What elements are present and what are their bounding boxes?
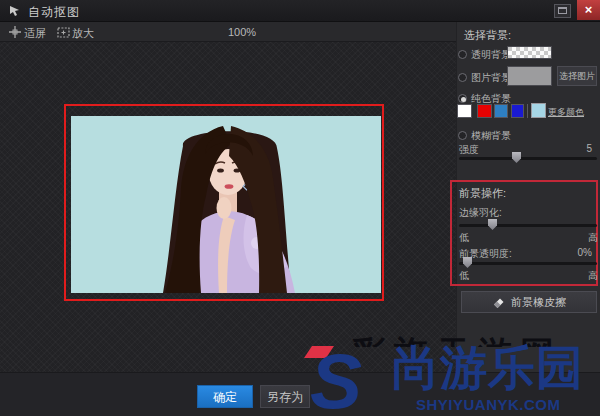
image-background-swatch: [507, 66, 552, 86]
fit-screen-button[interactable]: 适屏: [24, 26, 46, 41]
save-as-button[interactable]: 另存为: [260, 385, 310, 408]
photo-preview: [71, 116, 381, 293]
color-swatch-blue[interactable]: [494, 104, 508, 118]
image-background-label[interactable]: 图片背景: [471, 71, 511, 85]
radio-blur-background[interactable]: [458, 131, 467, 140]
swatch-separator: [527, 104, 528, 118]
ok-button[interactable]: 确定: [197, 385, 253, 408]
opacity-low-label: 低: [459, 269, 469, 283]
more-colors-link[interactable]: 更多颜色: [548, 106, 584, 119]
maximize-button[interactable]: [554, 4, 571, 18]
feather-high-label: 高: [588, 231, 598, 245]
fit-screen-icon: [9, 26, 21, 38]
image-canvas[interactable]: [0, 42, 456, 372]
strength-label: 强度: [459, 143, 479, 157]
radio-solid-background[interactable]: [458, 94, 467, 103]
foreground-eraser-button[interactable]: 前景橡皮擦: [461, 291, 597, 313]
color-swatch-red[interactable]: [477, 104, 492, 118]
foreground-operations-title: 前景操作:: [459, 186, 506, 201]
watermark-logo-icon: S: [304, 342, 392, 416]
auto-cutout-dialog: 自动抠图 × 适屏 放大 100%: [0, 0, 600, 416]
foreground-eraser-label: 前景橡皮擦: [511, 295, 566, 310]
zoom-toolbar: 适屏 放大 100%: [0, 22, 456, 42]
transparent-swatch: [507, 46, 552, 59]
watermark-site-url: SHYIYUANYK.COM: [416, 396, 561, 413]
foreground-opacity-value: 0%: [572, 247, 592, 258]
portrait-image: [71, 116, 381, 293]
color-swatch-darkblue[interactable]: [511, 104, 524, 118]
title-bar: 自动抠图 ×: [0, 0, 600, 22]
cutout-tool-icon: [9, 5, 21, 17]
radio-image-background[interactable]: [458, 73, 467, 82]
zoom-in-button[interactable]: 放大: [72, 26, 94, 41]
transparent-background-label[interactable]: 透明背景: [471, 48, 511, 62]
page-title: 自动抠图: [28, 4, 80, 21]
opacity-slider-track[interactable]: [459, 262, 597, 265]
watermark-brand-text: 尚游乐园: [392, 344, 584, 391]
maximize-icon: [558, 7, 567, 14]
eraser-icon: [492, 296, 505, 309]
strength-value: 5: [576, 143, 592, 154]
feather-low-label: 低: [459, 231, 469, 245]
radio-transparent-background[interactable]: [458, 50, 467, 59]
edge-feather-label: 边缘羽化:: [459, 206, 502, 220]
strength-slider-track[interactable]: [459, 157, 597, 160]
color-swatch-white[interactable]: [457, 104, 472, 118]
opacity-high-label: 高: [588, 269, 598, 283]
choose-image-button[interactable]: 选择图片: [557, 66, 597, 86]
zoom-level-value: 100%: [228, 26, 256, 38]
choose-background-title: 选择背景:: [464, 28, 511, 43]
close-button[interactable]: ×: [577, 0, 600, 20]
current-color-swatch[interactable]: [531, 103, 546, 118]
blur-background-label[interactable]: 模糊背景: [471, 129, 511, 143]
zoom-in-icon: [57, 27, 70, 38]
svg-text:S: S: [310, 342, 362, 416]
feather-slider-track[interactable]: [459, 224, 597, 227]
